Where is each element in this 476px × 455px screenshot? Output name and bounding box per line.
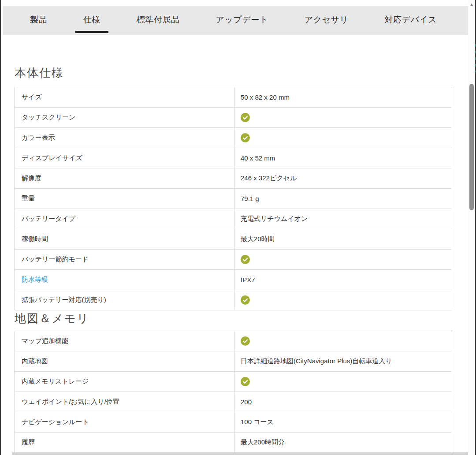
spec-value: 最大200時間分 (235, 433, 452, 452)
table-row: ナビゲーションルート 100 コース (15, 412, 452, 433)
spec-table: サイズ 50 x 82 x 20 mm タッチスクリーン カラー表示 ディスプレ… (15, 87, 452, 310)
table-row: 重量 79.1 g (15, 189, 452, 209)
spec-label: 履歴 (15, 433, 235, 452)
table-row: 履歴 最大200時間分 (15, 433, 452, 452)
spec-value: 日本詳細道路地図(CityNavigator Plus)自転車道入り (235, 351, 452, 371)
horizontal-scrollbar[interactable] (12, 452, 468, 455)
spec-label: カラー表示 (15, 128, 235, 148)
spec-label: 重量 (15, 189, 235, 209)
check-circle-icon (241, 377, 250, 386)
table-row: タッチスクリーン (15, 108, 452, 128)
spec-label-link[interactable]: 防水等級 (15, 270, 235, 290)
window-left-edge (0, 0, 1, 455)
table-row: バッテリー節約モード (15, 250, 452, 270)
spec-label: バッテリータイプ (15, 209, 235, 229)
spec-value (235, 372, 452, 392)
spec-value (235, 290, 452, 310)
spec-value: 246 x 322ピクセル (235, 168, 452, 188)
table-row: 拡張バッテリー対応(別売り) (15, 290, 452, 310)
table-row: カラー表示 (15, 128, 452, 148)
spec-value: 79.1 g (235, 189, 452, 209)
check-circle-icon (241, 295, 250, 305)
spec-value: 200 (235, 392, 452, 412)
table-row: ウェイポイント/お気に入り/位置 200 (15, 392, 452, 412)
spec-value: 100 コース (235, 412, 452, 432)
table-row: 内蔵メモリストレージ (15, 372, 452, 392)
spec-label: サイズ (15, 87, 235, 107)
section-title: 地図＆メモリ (15, 311, 452, 325)
spec-value (235, 331, 452, 351)
up-arrow-icon: ▲ (469, 2, 474, 7)
spec-label: 解像度 (15, 168, 235, 188)
check-circle-icon (241, 133, 250, 142)
spec-value: 充電式リチウムイオン (235, 209, 452, 229)
table-row: ディスプレイサイズ 40 x 52 mm (15, 148, 452, 168)
table-row: 内蔵地図 日本詳細道路地図(CityNavigator Plus)自転車道入り (15, 351, 452, 372)
spec-table: マップ追加機能 内蔵地図 日本詳細道路地図(CityNavigator Plus… (15, 331, 452, 453)
check-circle-icon (241, 336, 250, 346)
scroll-up-button[interactable]: ▲ (468, 1, 475, 8)
spec-label: バッテリー節約モード (15, 250, 235, 269)
check-circle-icon (241, 113, 250, 122)
table-row: 稼働時間 最大20時間 (15, 229, 452, 250)
spec-label: 内蔵メモリストレージ (15, 372, 235, 392)
spec-value: IPX7 (235, 270, 452, 290)
check-circle-icon (241, 255, 250, 264)
vertical-scrollbar[interactable]: ▲ (468, 0, 475, 455)
table-row: 解像度 246 x 322ピクセル (15, 168, 452, 189)
table-row: バッテリータイプ 充電式リチウムイオン (15, 209, 452, 229)
spec-label: ディスプレイサイズ (15, 148, 235, 168)
spec-label: 稼働時間 (15, 229, 235, 249)
spec-value: 最大20時間 (235, 229, 452, 249)
spec-label: ナビゲーションルート (15, 412, 235, 432)
spec-section: 地図＆メモリ マップ追加機能 内蔵地図 日本詳細道路地図(CityNavigat… (15, 311, 452, 453)
spec-section: 本体仕様 サイズ 50 x 82 x 20 mm タッチスクリーン カラー表示 … (15, 66, 452, 310)
spec-label: 拡張バッテリー対応(別売り) (15, 290, 235, 310)
spec-content: 本体仕様 サイズ 50 x 82 x 20 mm タッチスクリーン カラー表示 … (15, 0, 452, 453)
spec-value (235, 128, 452, 148)
spec-value (235, 108, 452, 127)
spec-label: タッチスクリーン (15, 108, 235, 127)
spec-label: 内蔵地図 (15, 351, 235, 371)
spec-label: ウェイポイント/お気に入り/位置 (15, 392, 235, 412)
table-row: 防水等級 IPX7 (15, 270, 452, 290)
scrollbar-thumb[interactable] (469, 84, 474, 210)
spec-value (235, 250, 452, 269)
table-row: マップ追加機能 (15, 331, 452, 351)
table-row: サイズ 50 x 82 x 20 mm (15, 87, 452, 108)
spec-value: 40 x 52 mm (235, 148, 452, 168)
section-title: 本体仕様 (15, 66, 452, 80)
spec-label: マップ追加機能 (15, 331, 235, 351)
spec-value: 50 x 82 x 20 mm (235, 87, 452, 107)
